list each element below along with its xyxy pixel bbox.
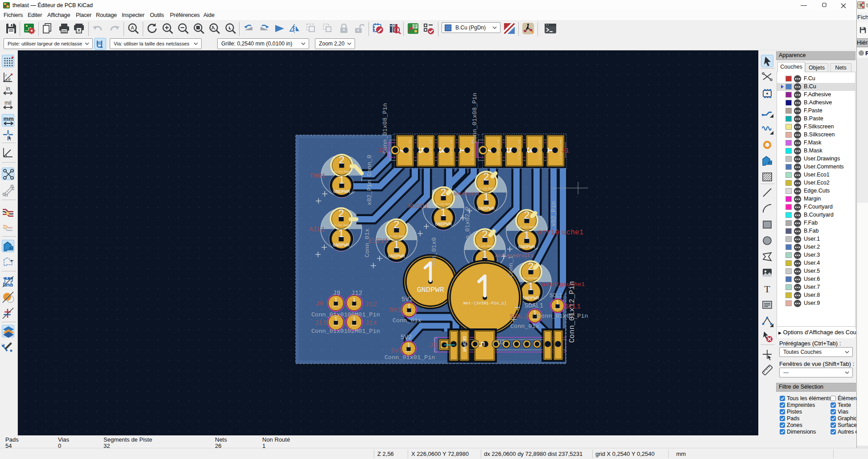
svg-text:GNDPWR: GNDPWR [351, 305, 358, 307]
svg-text:U3: U3 [497, 339, 505, 346]
svg-text:5V2: 5V2 [401, 334, 412, 341]
svg-text:2: 2 [484, 171, 489, 183]
svg-text:mm: mm [3, 115, 13, 122]
svg-text:avantgauche1: avantgauche1 [541, 281, 585, 288]
svg-text:5V1: 5V1 [389, 307, 401, 314]
svg-text:GNDPWR: GNDPWR [333, 242, 350, 248]
svg-text:Conn_01x01_Pin: Conn_01x01_Pin [384, 354, 435, 361]
svg-text:Conn_01x0102M01_Pin: Conn_01x0102M01_Pin [311, 328, 380, 335]
svg-text:Arrieredroit1: Arrieredroit1 [495, 253, 533, 258]
svg-text:SCL1: SCL1 [550, 293, 562, 299]
svg-text:Conn_01x08_Pin: Conn_01x08_Pin [471, 93, 478, 143]
svg-text:arriè: arriè [538, 229, 559, 237]
svg-text:T: T [764, 283, 770, 295]
svg-text:R: R [865, 50, 868, 57]
svg-text:1: 1 [339, 174, 345, 186]
svg-text:ELEV1: ELEV1 [368, 238, 389, 245]
svg-text:J13: J13 [314, 320, 327, 327]
svg-text:Net-(U2-Pin_5): Net-(U2-Pin_5) [517, 140, 521, 160]
svg-text:1: 1 [407, 342, 410, 348]
svg-text:uche1: uche1 [562, 229, 583, 237]
svg-text:Net-(U2-Pin_3): Net-(U2-Pin_3) [450, 140, 453, 160]
svg-text:SDAL1: SDAL1 [525, 302, 543, 309]
svg-text:GNDPWR: GNDPWR [333, 324, 339, 326]
svg-text:2: 2 [394, 219, 400, 230]
svg-text:antdroit1: antdroit1 [453, 191, 480, 197]
svg-text:1: 1 [334, 296, 337, 303]
svg-text:2: 2 [339, 154, 345, 166]
svg-text:Conn_01x12_Pin: Conn_01x12_Pin [568, 281, 576, 343]
svg-text:J12: J12 [365, 301, 377, 308]
svg-text:GNDPWR: GNDPWR [462, 336, 467, 352]
svg-text:x02_Pin Conn_0: x02_Pin Conn_0 [366, 155, 373, 205]
svg-text:Net-(C1-Pad2): Net-(C1-Pad2) [477, 187, 496, 190]
svg-text:SCL1: SCL1 [565, 303, 581, 311]
svg-text:Net-(C1-Pad2): Net-(C1-Pad2) [332, 170, 351, 173]
svg-text:J3: J3 [429, 342, 437, 349]
svg-text:1: 1 [524, 230, 530, 241]
svg-text:1: 1 [394, 239, 400, 250]
svg-text:Conn_01x02_P: Conn_01x02_P [464, 206, 471, 250]
svg-text:x02_Pin: x02_Pin [550, 201, 557, 227]
svg-text:2: 2 [339, 208, 344, 219]
svg-text:J12: J12 [351, 290, 362, 297]
svg-text:GNDPWR: GNDPWR [333, 189, 351, 194]
svg-text:GNDPWR: GNDPWR [388, 254, 405, 259]
svg-text:GNDPWR: GNDPWR [417, 286, 444, 294]
svg-text:1: 1 [339, 228, 344, 239]
svg-text:r: r [5, 73, 7, 78]
svg-text:J1: J1 [561, 147, 569, 155]
svg-text:J2: J2 [377, 147, 385, 155]
svg-text:J14: J14 [365, 320, 377, 327]
svg-text:1: 1 [528, 281, 534, 292]
svg-text:GNDPWR: GNDPWR [333, 305, 339, 307]
svg-text:Net-(U2-Pin_7): Net-(U2-Pin_7) [496, 140, 500, 160]
svg-text:GNDPWR: GNDPWR [405, 351, 412, 352]
svg-text:Net-(C1-Pad2): Net-(C1-Pad2) [521, 277, 541, 280]
svg-text:AIL1: AIL1 [309, 226, 325, 234]
svg-text:Conn_1: Conn_1 [508, 256, 514, 278]
svg-text:Net-(C1-Pad2): Net-(C1-Pad2) [332, 224, 351, 227]
svg-text:THR1: THR1 [310, 172, 326, 180]
svg-text:J9: J9 [315, 300, 323, 308]
svg-text:GNDPWR: GNDPWR [406, 312, 413, 314]
svg-text:GNDPWR: GNDPWR [351, 324, 358, 326]
svg-text:Net-(U2-Pin_3): Net-(U2-Pin_3) [538, 140, 541, 160]
svg-text:1: 1 [482, 249, 488, 260]
svg-text:5V1: 5V1 [401, 296, 413, 303]
svg-text:mil: mil [4, 100, 11, 106]
svg-text:1: 1 [441, 207, 446, 218]
svg-text:GNDPWR: GNDPWR [522, 295, 540, 301]
svg-text:J9: J9 [333, 290, 340, 297]
svg-text:1: 1 [484, 191, 489, 203]
svg-text:2: 2 [441, 187, 446, 198]
svg-text:in: in [6, 86, 10, 92]
svg-text:θ: θ [8, 78, 10, 82]
svg-text:onn_01x0: onn_01x0 [431, 238, 438, 266]
svg-text:2: 2 [524, 209, 530, 221]
svg-text:Conn_01x0100M01_Pin: Conn_01x0100M01_Pin [311, 311, 380, 318]
svg-text:Net-(1VIN1-Pin_1): Net-(1VIN1-Pin_1) [463, 301, 507, 306]
svg-text:2: 2 [528, 261, 534, 272]
svg-text:Net-(C1-Pad2): Net-(C1-Pad2) [434, 203, 453, 206]
svg-text:Conn_01x: Conn_01x [510, 323, 539, 330]
svg-text:GNDPWR: GNDPWR [518, 244, 536, 250]
svg-text:Conn_01x: Conn_01x [393, 317, 422, 324]
svg-text:Net-(U2-Pin_5): Net-(U2-Pin_5) [429, 140, 432, 160]
svg-text:1: 1 [407, 303, 410, 310]
svg-text:GNDPWR: GNDPWR [435, 221, 452, 227]
svg-text:GNDPWR: GNDPWR [554, 308, 561, 310]
svg-text:2: 2 [482, 229, 488, 240]
svg-text:Net-(C1-Pad2): Net-(C1-Pad2) [475, 245, 495, 248]
svg-text:Conn_01x01_Pin: Conn_01x01_Pin [537, 313, 588, 320]
svg-text:GNDPWR: GNDPWR [478, 206, 495, 211]
svg-text:Net-(C1-Pad2): Net-(C1-Pad2) [517, 225, 537, 229]
svg-text:Net-(C1-Pad2): Net-(C1-Pad2) [387, 235, 406, 238]
svg-text:A: A [131, 25, 134, 30]
svg-text:5V2: 5V2 [391, 347, 403, 355]
svg-text:Conn_01x08_Pin: Conn_01x08_Pin [382, 103, 389, 153]
svg-text:1: 1 [533, 309, 536, 316]
svg-text:1: 1 [556, 299, 559, 306]
svg-text:SDAL1: SDAL1 [510, 313, 527, 320]
svg-text:RUDD1: RUDD1 [408, 203, 428, 210]
